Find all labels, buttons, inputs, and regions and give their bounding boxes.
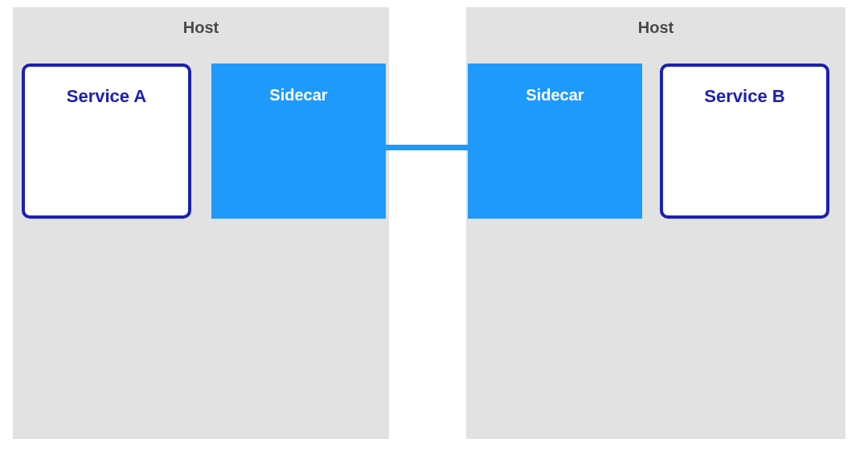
service-b-box: Service B bbox=[660, 64, 829, 219]
sidecar-connector-line bbox=[386, 145, 468, 150]
sidecar-right-box: Sidecar bbox=[468, 64, 642, 219]
sidecar-left-box: Sidecar bbox=[211, 64, 386, 219]
service-a-label: Service A bbox=[25, 86, 188, 107]
host-title-right: Host bbox=[466, 18, 845, 37]
host-title-left: Host bbox=[13, 18, 389, 37]
service-b-label: Service B bbox=[663, 86, 826, 107]
sidecar-right-label: Sidecar bbox=[468, 86, 642, 105]
sidecar-left-label: Sidecar bbox=[211, 86, 386, 105]
service-a-box: Service A bbox=[22, 64, 191, 219]
diagram-canvas: Host Host Service A Sidecar Sidecar Serv… bbox=[0, 0, 868, 451]
